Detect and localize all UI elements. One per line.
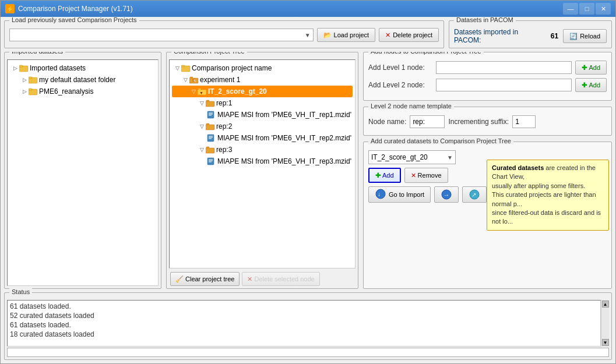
window-controls: — □ ✕ <box>563 3 611 15</box>
folder-icon <box>29 87 38 96</box>
status-line-1: 61 datasets loaded. <box>10 302 598 311</box>
curated-remove-button[interactable]: ✕ Remove <box>404 168 448 183</box>
minimize-button[interactable]: — <box>563 3 578 15</box>
delete-selected-node-button[interactable]: ✕ Delete selected node <box>242 272 319 286</box>
folder-icon: ⚗ <box>189 75 199 84</box>
list-item[interactable]: ▽ rep:3 <box>172 144 353 156</box>
main-content: Load previously saved Comparison Project… <box>1 17 615 363</box>
import-icon: ↓ <box>375 189 386 200</box>
load-projects-panel: Load previously saved Comparison Project… <box>4 20 444 48</box>
status-line-3: 61 datasets loaded. <box>10 320 598 330</box>
dataset-folder-1-label: my default dataset folder <box>39 75 115 85</box>
list-item[interactable]: ▽ Comparison project name <box>172 62 353 74</box>
status-scrollbar[interactable]: ▲ ▼ <box>601 300 609 347</box>
list-item[interactable]: ▷ my default dataset folder <box>10 74 156 86</box>
level1-input[interactable] <box>436 61 572 74</box>
rep2-label: rep:2 <box>216 121 232 132</box>
tooltip-bold: Curated datasets <box>492 164 544 171</box>
clear-project-tree-button[interactable]: 🧹 Clear project tree <box>170 272 240 286</box>
status-label: Status <box>9 288 32 295</box>
level2-label: Add Level 2 node: <box>368 81 432 89</box>
expand-icon[interactable]: ▽ <box>173 64 181 72</box>
list-item[interactable]: ▽ ⚗ experiment 1 <box>172 74 353 86</box>
tree-bottom-buttons: 🧹 Clear project tree ✕ Delete selected n… <box>167 270 358 288</box>
data-file-icon <box>207 157 216 166</box>
chevron-down-icon: ▼ <box>305 32 311 38</box>
expand-icon[interactable]: ▷ <box>11 64 19 72</box>
curated-add-button[interactable]: ✚ Add <box>368 168 401 183</box>
imported-datasets-panel: Imported datasets ▷ Imported datasets <box>4 52 161 289</box>
list-item[interactable]: ▽ rep:1 <box>172 97 353 109</box>
rep-icon <box>206 98 215 108</box>
expand-icon[interactable]: ▷ <box>20 87 29 96</box>
extra-action-button-1[interactable]: → <box>434 186 459 203</box>
list-item[interactable]: ▽ ▼ IT_2_score_gt_20 <box>172 86 353 97</box>
level1-add-button[interactable]: ✚ Add <box>575 61 607 75</box>
expand-icon[interactable]: ▽ <box>189 87 198 96</box>
curated-dataset-dropdown[interactable]: IT_2_score_gt_20 ▼ <box>368 150 456 164</box>
status-log[interactable]: 61 datasets loaded. 52 curated datasets … <box>7 300 601 347</box>
status-panel: Status 61 datasets loaded. 52 curated da… <box>4 292 612 360</box>
rep1-label: rep:1 <box>216 98 232 108</box>
list-item[interactable]: MIAPE MSI from 'PME6_VH_IT_rep1.mzid' <box>172 109 353 121</box>
comparison-tree-label: Comparison Project Tree <box>171 52 247 55</box>
status-line-2: 52 curated datasets loaded <box>10 311 598 320</box>
load-projects-inner: ▼ 📂 Load project ✕ Delete project <box>5 26 443 45</box>
svg-rect-29 <box>207 158 214 165</box>
imported-datasets-tree[interactable]: ▷ Imported datasets ▷ <box>7 59 159 286</box>
progress-bar <box>7 348 609 357</box>
expand-icon[interactable]: ▽ <box>198 99 206 107</box>
add-nodes-section: Add nodes to Comparison Project Tree Add… <box>363 52 612 101</box>
suffix-label: Incrementing suffix: <box>448 118 509 126</box>
load-project-button[interactable]: 📂 Load project <box>317 28 376 42</box>
scroll-down-icon[interactable]: ▼ <box>602 339 609 346</box>
expand-icon[interactable]: ▽ <box>198 122 206 130</box>
list-item[interactable]: MIAPE MSI from 'PME6_VH_IT_rep3.mzid' <box>172 156 353 167</box>
svg-rect-22 <box>206 125 214 130</box>
main-window: ⚡ Comparison Project Manager (v1.71) — □… <box>0 0 616 364</box>
folder-icon <box>29 75 38 84</box>
template-row: Node name: Incrementing suffix: <box>368 115 607 128</box>
maximize-button[interactable]: □ <box>579 3 594 15</box>
expand-icon[interactable]: ▽ <box>181 76 189 84</box>
level2-add-button[interactable]: ✚ Add <box>575 78 607 92</box>
tooltip-text4: since filtered-out data is discard and i… <box>492 209 601 225</box>
expand-icon[interactable]: ▽ <box>198 146 206 154</box>
project-dropdown[interactable]: ▼ <box>9 29 314 41</box>
right-panel: Add nodes to Comparison Project Tree Add… <box>363 52 612 289</box>
load-projects-label: Load previously saved Comparison Project… <box>9 17 139 23</box>
tooltip-text2: usually after appling some filters. <box>492 182 585 189</box>
go-to-import-button[interactable]: ↓ Go to Import <box>368 186 431 203</box>
list-item[interactable]: MIAPE MSI from 'PME6_VH_IT_rep2.mzid' <box>172 132 353 144</box>
window-title: Comparison Project Manager (v1.71) <box>18 5 563 13</box>
middle-row: Imported datasets ▷ Imported datasets <box>4 52 612 289</box>
node-name-input[interactable] <box>410 115 445 128</box>
title-bar: ⚡ Comparison Project Manager (v1.71) — □… <box>1 1 615 17</box>
delete-project-label: Delete project <box>393 31 432 38</box>
add-nodes-section-label: Add nodes to Comparison Project Tree <box>368 52 484 55</box>
datasets-count: 61 <box>551 32 558 40</box>
extra-action-button-2[interactable]: ↗ <box>462 186 487 203</box>
rep3-data-label: MIAPE MSI from 'PME6_VH_IT_rep3.mzid' <box>217 156 351 167</box>
svg-rect-16 <box>206 101 214 107</box>
comparison-project-tree[interactable]: ▽ Comparison project name ▽ <box>169 59 355 268</box>
reload-label: Reload <box>580 33 600 40</box>
list-item[interactable]: ▷ Imported datasets <box>10 62 156 74</box>
close-button[interactable]: ✕ <box>596 3 611 15</box>
svg-text:▼: ▼ <box>199 91 203 95</box>
svg-rect-3 <box>29 77 32 79</box>
list-item[interactable]: ▽ rep:2 <box>172 121 353 132</box>
delete-project-button[interactable]: ✕ Delete project <box>379 28 439 42</box>
rep-icon <box>206 145 215 154</box>
level2-input[interactable] <box>436 79 572 91</box>
tooltip-text3: This curated projects are lighter than n… <box>492 191 596 207</box>
level1-label: Add Level 1 node: <box>368 63 432 72</box>
suffix-input[interactable] <box>512 115 536 128</box>
rep2-data-label: MIAPE MSI from 'PME6_VH_IT_rep2.mzid' <box>217 133 351 143</box>
scroll-up-icon[interactable]: ▲ <box>602 301 609 308</box>
expand-icon[interactable]: ▷ <box>20 76 29 84</box>
go-import-label: Go to Import <box>389 191 424 198</box>
list-item[interactable]: ▷ PME6_reanalysis <box>10 86 156 97</box>
reload-button[interactable]: 🔄 Reload <box>563 29 607 43</box>
rep-icon <box>206 122 215 131</box>
